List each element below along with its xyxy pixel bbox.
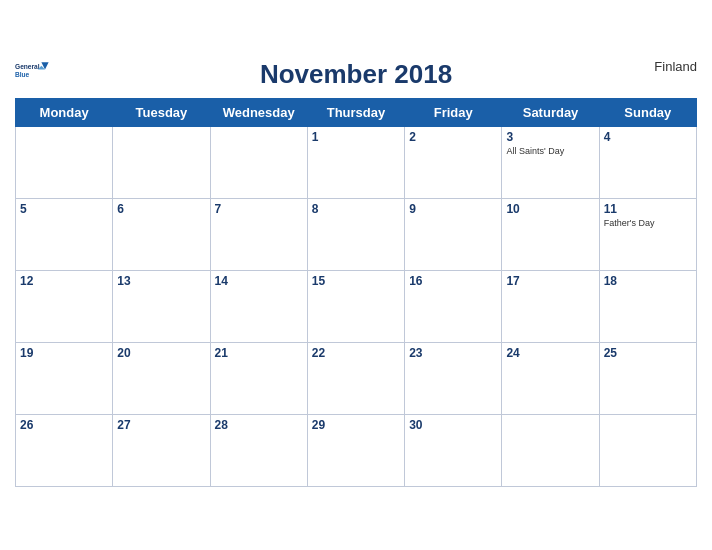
calendar-cell: 28 bbox=[210, 414, 307, 486]
calendar-week-row: 12131415161718 bbox=[16, 270, 697, 342]
calendar-cell: 5 bbox=[16, 198, 113, 270]
calendar-cell: 7 bbox=[210, 198, 307, 270]
calendar-cell: 11Father's Day bbox=[599, 198, 696, 270]
calendar-week-row: 567891011Father's Day bbox=[16, 198, 697, 270]
calendar-cell: 10 bbox=[502, 198, 599, 270]
day-number: 6 bbox=[117, 202, 205, 216]
calendar-cell: 17 bbox=[502, 270, 599, 342]
calendar-title: November 2018 bbox=[260, 59, 452, 90]
calendar-cell: 12 bbox=[16, 270, 113, 342]
day-number: 10 bbox=[506, 202, 594, 216]
calendar-cell bbox=[113, 126, 210, 198]
calendar-cell: 18 bbox=[599, 270, 696, 342]
day-number: 22 bbox=[312, 346, 400, 360]
day-number: 19 bbox=[20, 346, 108, 360]
day-number: 25 bbox=[604, 346, 692, 360]
day-number: 13 bbox=[117, 274, 205, 288]
calendar-cell: 19 bbox=[16, 342, 113, 414]
day-number: 20 bbox=[117, 346, 205, 360]
calendar-cell: 22 bbox=[307, 342, 404, 414]
calendar-cell: 21 bbox=[210, 342, 307, 414]
day-number: 29 bbox=[312, 418, 400, 432]
day-number: 4 bbox=[604, 130, 692, 144]
calendar-cell: 2 bbox=[405, 126, 502, 198]
day-number: 11 bbox=[604, 202, 692, 216]
day-number: 30 bbox=[409, 418, 497, 432]
calendar-cell: 15 bbox=[307, 270, 404, 342]
weekday-thursday: Thursday bbox=[307, 98, 404, 126]
weekday-friday: Friday bbox=[405, 98, 502, 126]
event-label: All Saints' Day bbox=[506, 146, 594, 157]
calendar-cell: 9 bbox=[405, 198, 502, 270]
calendar-cell: 6 bbox=[113, 198, 210, 270]
day-number: 18 bbox=[604, 274, 692, 288]
weekday-header-row: Monday Tuesday Wednesday Thursday Friday… bbox=[16, 98, 697, 126]
svg-text:Blue: Blue bbox=[15, 70, 30, 77]
day-number: 16 bbox=[409, 274, 497, 288]
calendar-cell: 13 bbox=[113, 270, 210, 342]
calendar-cell: 23 bbox=[405, 342, 502, 414]
calendar-cell: 24 bbox=[502, 342, 599, 414]
weekday-monday: Monday bbox=[16, 98, 113, 126]
calendar-cell: 27 bbox=[113, 414, 210, 486]
calendar-header: General Blue November 2018 Finland bbox=[15, 59, 697, 90]
calendar-week-row: 19202122232425 bbox=[16, 342, 697, 414]
day-number: 17 bbox=[506, 274, 594, 288]
weekday-saturday: Saturday bbox=[502, 98, 599, 126]
calendar-cell: 16 bbox=[405, 270, 502, 342]
day-number: 15 bbox=[312, 274, 400, 288]
day-number: 7 bbox=[215, 202, 303, 216]
day-number: 28 bbox=[215, 418, 303, 432]
day-number: 23 bbox=[409, 346, 497, 360]
day-number: 9 bbox=[409, 202, 497, 216]
weekday-tuesday: Tuesday bbox=[113, 98, 210, 126]
calendar-week-row: 2627282930 bbox=[16, 414, 697, 486]
logo-icon: General Blue bbox=[15, 59, 51, 87]
calendar-week-row: 123All Saints' Day4 bbox=[16, 126, 697, 198]
calendar-cell: 29 bbox=[307, 414, 404, 486]
calendar-table: Monday Tuesday Wednesday Thursday Friday… bbox=[15, 98, 697, 487]
calendar-cell: 8 bbox=[307, 198, 404, 270]
calendar-cell: 26 bbox=[16, 414, 113, 486]
day-number: 14 bbox=[215, 274, 303, 288]
svg-text:General: General bbox=[15, 63, 40, 70]
calendar-cell: 25 bbox=[599, 342, 696, 414]
day-number: 1 bbox=[312, 130, 400, 144]
calendar-cell: 20 bbox=[113, 342, 210, 414]
calendar-cell: 3All Saints' Day bbox=[502, 126, 599, 198]
calendar-cell bbox=[210, 126, 307, 198]
day-number: 21 bbox=[215, 346, 303, 360]
calendar-cell bbox=[502, 414, 599, 486]
logo-area: General Blue bbox=[15, 59, 51, 87]
calendar-wrapper: General Blue November 2018 Finland Monda… bbox=[0, 49, 712, 502]
day-number: 3 bbox=[506, 130, 594, 144]
day-number: 8 bbox=[312, 202, 400, 216]
calendar-cell: 30 bbox=[405, 414, 502, 486]
calendar-cell: 1 bbox=[307, 126, 404, 198]
calendar-cell: 14 bbox=[210, 270, 307, 342]
calendar-cell bbox=[16, 126, 113, 198]
day-number: 12 bbox=[20, 274, 108, 288]
day-number: 26 bbox=[20, 418, 108, 432]
calendar-cell: 4 bbox=[599, 126, 696, 198]
weekday-wednesday: Wednesday bbox=[210, 98, 307, 126]
day-number: 2 bbox=[409, 130, 497, 144]
weekday-sunday: Sunday bbox=[599, 98, 696, 126]
country-label: Finland bbox=[654, 59, 697, 74]
day-number: 5 bbox=[20, 202, 108, 216]
event-label: Father's Day bbox=[604, 218, 692, 229]
day-number: 27 bbox=[117, 418, 205, 432]
day-number: 24 bbox=[506, 346, 594, 360]
calendar-cell bbox=[599, 414, 696, 486]
